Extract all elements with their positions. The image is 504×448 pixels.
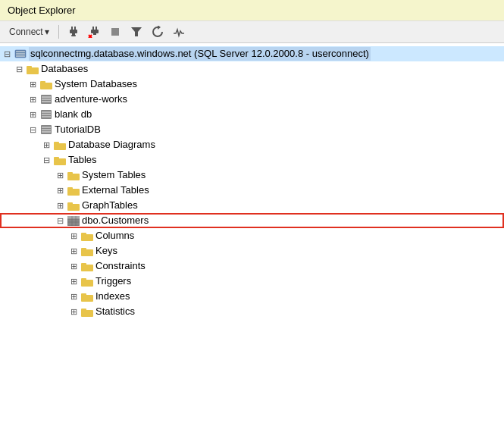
system-tables-expand-icon[interactable] bbox=[55, 170, 65, 180]
triggers-node[interactable]: Triggers bbox=[0, 274, 504, 289]
window-title-bar: Object Explorer bbox=[0, 0, 504, 21]
connect-button[interactable]: Connect ▾ bbox=[5, 25, 54, 39]
system-tables-label: System Tables bbox=[82, 168, 146, 182]
keys-label: Keys bbox=[95, 244, 117, 258]
database-diagrams-label: Database Diagrams bbox=[68, 138, 155, 152]
svg-rect-28 bbox=[42, 116, 51, 117]
system-databases-expand-icon[interactable] bbox=[27, 79, 38, 89]
svg-rect-34 bbox=[54, 142, 59, 145]
db-icon bbox=[40, 124, 52, 135]
columns-label: Columns bbox=[95, 229, 134, 243]
disconnect-icon bbox=[88, 26, 100, 38]
constraints-label: Constraints bbox=[95, 259, 146, 273]
blank-db-expand-icon[interactable] bbox=[27, 109, 38, 120]
svg-rect-42 bbox=[67, 202, 73, 205]
svg-rect-6 bbox=[95, 27, 97, 30]
tables-expand-icon[interactable] bbox=[41, 155, 52, 165]
adventure-works-expand-icon[interactable] bbox=[27, 94, 38, 105]
svg-rect-38 bbox=[67, 172, 73, 175]
indexes-node[interactable]: Indexes bbox=[0, 289, 504, 304]
constraints-node[interactable]: Constraints bbox=[0, 258, 504, 274]
blank-db-label: blank db bbox=[55, 108, 92, 121]
window-title: Object Explorer bbox=[8, 5, 76, 16]
plug-icon-button[interactable] bbox=[64, 24, 82, 39]
databases-node[interactable]: Databases bbox=[0, 61, 504, 77]
database-diagrams-node[interactable]: Database Diagrams bbox=[0, 137, 504, 152]
graph-tables-expand-icon[interactable] bbox=[55, 200, 65, 211]
statistics-expand-icon[interactable] bbox=[68, 306, 79, 317]
graph-tables-node[interactable]: GraphTables bbox=[0, 198, 504, 213]
connect-dropdown-icon[interactable]: ▾ bbox=[45, 27, 49, 37]
adventure-works-label: adventure-works bbox=[55, 92, 127, 106]
server-expand-icon[interactable] bbox=[2, 49, 12, 59]
svg-rect-56 bbox=[81, 278, 86, 281]
svg-rect-8 bbox=[93, 33, 96, 35]
tutorialdb-label: TutorialDB bbox=[55, 123, 101, 136]
refresh-icon-button[interactable] bbox=[149, 24, 167, 39]
database-diagrams-expand-icon[interactable] bbox=[41, 139, 52, 150]
activity-icon bbox=[173, 26, 185, 38]
connect-label: Connect bbox=[9, 27, 43, 37]
svg-marker-12 bbox=[131, 27, 142, 36]
databases-label: Databases bbox=[41, 62, 88, 76]
dbo-customers-label: dbo.Customers bbox=[82, 214, 149, 227]
svg-rect-2 bbox=[70, 30, 77, 33]
blank-db-node[interactable]: blank db bbox=[0, 107, 504, 122]
system-databases-node[interactable]: System Databases bbox=[0, 77, 504, 92]
keys-expand-icon[interactable] bbox=[68, 246, 79, 256]
tutorialdb-expand-icon[interactable] bbox=[27, 124, 38, 135]
columns-expand-icon[interactable] bbox=[68, 230, 79, 241]
svg-rect-54 bbox=[81, 263, 86, 266]
folder-icon bbox=[81, 262, 93, 271]
svg-rect-20 bbox=[40, 81, 45, 84]
adventure-works-node[interactable]: adventure-works bbox=[0, 92, 504, 107]
tables-node[interactable]: Tables bbox=[0, 152, 504, 168]
triggers-label: Triggers bbox=[95, 274, 131, 288]
external-tables-label: External Tables bbox=[82, 183, 149, 197]
server-node[interactable]: sqlconnectmg.database.windows.net (SQL S… bbox=[0, 46, 504, 61]
constraints-expand-icon[interactable] bbox=[68, 261, 79, 271]
databases-expand-icon[interactable] bbox=[14, 64, 24, 74]
svg-rect-58 bbox=[81, 293, 86, 296]
tree-container: sqlconnectmg.database.windows.net (SQL S… bbox=[0, 43, 504, 444]
dbo-customers-expand-icon[interactable] bbox=[55, 215, 65, 226]
system-tables-node[interactable]: System Tables bbox=[0, 168, 504, 183]
dbo-customers-node[interactable]: dbo.Customers bbox=[0, 213, 504, 228]
svg-rect-52 bbox=[81, 248, 86, 251]
folder-icon bbox=[81, 292, 93, 302]
toolbar-divider-1 bbox=[58, 25, 59, 39]
svg-rect-22 bbox=[42, 96, 51, 98]
tutorialdb-node[interactable]: TutorialDB bbox=[0, 122, 504, 137]
svg-rect-7 bbox=[91, 30, 99, 33]
folder-icon bbox=[67, 201, 80, 211]
refresh-icon bbox=[152, 26, 164, 38]
svg-rect-0 bbox=[71, 27, 73, 30]
svg-rect-1 bbox=[74, 27, 76, 30]
stop-icon bbox=[109, 26, 121, 38]
folder-icon bbox=[67, 171, 80, 180]
keys-node[interactable]: Keys bbox=[0, 243, 504, 258]
svg-rect-4 bbox=[71, 35, 76, 36]
indexes-expand-icon[interactable] bbox=[68, 291, 79, 302]
svg-rect-32 bbox=[42, 131, 51, 133]
folder-icon bbox=[27, 64, 39, 74]
system-databases-label: System Databases bbox=[55, 77, 137, 91]
folder-icon bbox=[54, 140, 66, 150]
svg-rect-24 bbox=[42, 101, 51, 102]
svg-rect-36 bbox=[54, 157, 59, 160]
filter-icon-button[interactable] bbox=[127, 24, 146, 39]
columns-node[interactable]: Columns bbox=[0, 228, 504, 243]
disconnect-icon-button[interactable] bbox=[85, 24, 103, 39]
tables-label: Tables bbox=[68, 153, 97, 167]
svg-rect-16 bbox=[16, 55, 25, 57]
folder-icon bbox=[67, 186, 80, 196]
plug-icon bbox=[67, 26, 79, 38]
statistics-node[interactable]: Statistics bbox=[0, 304, 504, 319]
stop-icon-button[interactable] bbox=[106, 24, 124, 39]
svg-rect-44 bbox=[67, 216, 80, 219]
db-icon bbox=[40, 94, 52, 105]
external-tables-expand-icon[interactable] bbox=[55, 185, 65, 196]
external-tables-node[interactable]: External Tables bbox=[0, 183, 504, 198]
triggers-expand-icon[interactable] bbox=[68, 276, 79, 287]
activity-icon-button[interactable] bbox=[170, 24, 188, 39]
